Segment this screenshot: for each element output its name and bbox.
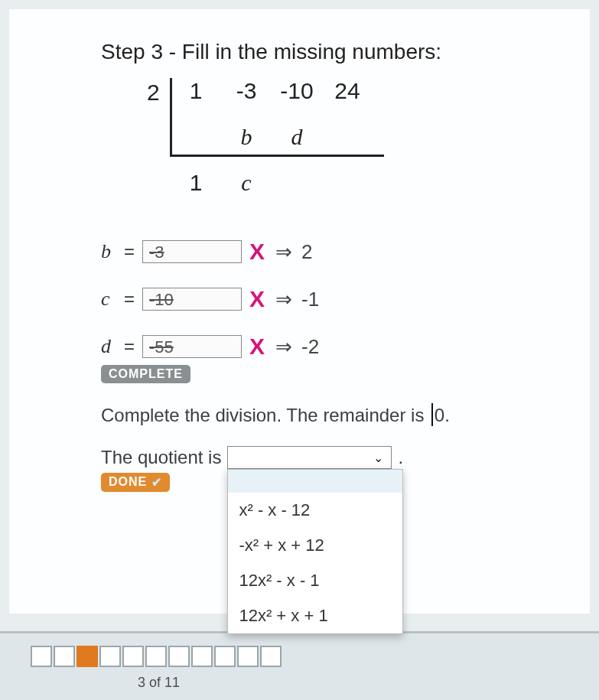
pager-sq-8[interactable] [191,646,213,667]
res-c: c [230,170,263,196]
correct-c: -1 [301,288,319,311]
carry-d: d [280,124,314,150]
pager-sq-1[interactable] [31,646,52,667]
chevron-down-icon: ⌄ [373,451,383,465]
pager-squares [31,646,282,667]
res-3 [330,170,364,196]
wrong-icon: X [249,239,265,265]
var-b: b [101,240,116,263]
pager-text: 3 of 11 [138,675,180,691]
var-c: c [101,288,116,311]
answer-row-c: c = -10 X ⇒ -1 [101,286,559,312]
remainder-post: . [444,405,450,425]
done-label: DONE [109,475,147,489]
pager-sq-5[interactable] [122,646,144,667]
answer-row-b: b = -3 X ⇒ 2 [101,239,559,265]
coef-0: 1 [179,78,213,104]
coef-3: 24 [330,78,364,104]
pager-sq-9[interactable] [214,646,236,667]
dropdown-option-0[interactable]: x² - x - 12 [228,493,402,528]
text-cursor [429,405,435,426]
remainder-value: 0 [435,405,444,425]
carry-3 [330,124,364,150]
input-b[interactable]: -3 [142,240,242,263]
arrow-icon: ⇒ [275,240,292,264]
coef-1: -3 [230,78,263,104]
dropdown-option-1[interactable]: -x² + x + 12 [228,528,402,563]
equals-sign: = [124,288,135,310]
division-horizontal-line [170,155,384,157]
carry-row: b d [179,124,364,150]
divisor: 2 [147,80,160,106]
correct-b: 2 [301,240,312,264]
done-badge[interactable]: DONE ✔ [101,473,170,492]
quotient-select[interactable]: ⌄ [227,446,392,469]
arrow-icon: ⇒ [275,288,292,311]
dividend-row: 1 -3 -10 24 [179,78,364,104]
dropdown-option-3[interactable]: 12x² + x + 1 [228,598,402,633]
period: . [398,447,403,468]
quotient-line: The quotient is ⌄ x² - x - 12 -x² + x + … [101,446,559,469]
pager-sq-6[interactable] [145,646,167,667]
res-2 [280,170,314,196]
remainder-sentence: Complete the division. The remainder is … [101,405,559,426]
wrong-icon: X [249,334,265,360]
quotient-label: The quotient is [101,447,221,468]
carry-b: b [230,124,263,150]
wrong-icon: X [249,286,265,312]
input-d[interactable]: -55 [142,335,242,358]
complete-badge[interactable]: COMPLETE [101,365,190,383]
correct-d: -2 [301,335,319,359]
dropdown-option-2[interactable]: 12x² - x - 1 [228,563,402,598]
pager-sq-2[interactable] [54,646,75,667]
division-vertical-line [170,78,172,155]
pager-sq-4[interactable] [99,646,121,667]
equals-sign: = [124,336,135,357]
equals-sign: = [124,241,135,262]
dropdown-blank-option[interactable] [228,470,402,493]
check-icon: ✔ [151,475,162,490]
pager-sq-3[interactable] [77,646,98,667]
input-c[interactable]: -10 [142,288,242,311]
step-title: Step 3 - Fill in the missing numbers: [101,40,559,64]
arrow-icon: ⇒ [275,335,292,359]
answer-row-d: d = -55 X ⇒ -2 [101,334,559,360]
coef-2: -10 [280,78,314,104]
pager-sq-11[interactable] [260,646,282,667]
remainder-pre: Complete the division. The remainder is [101,405,424,425]
res-0: 1 [179,170,213,196]
carry-0 [179,124,213,150]
var-d: d [101,335,116,358]
quotient-dropdown: x² - x - 12 -x² + x + 12 12x² - x - 1 12… [227,469,403,634]
pager-sq-10[interactable] [237,646,259,667]
synthetic-division: 2 1 -3 -10 24 b d 1 c [147,78,407,204]
pager-sq-7[interactable] [168,646,190,667]
result-row: 1 c [179,170,364,196]
bottom-bar: 3 of 11 [0,631,599,700]
